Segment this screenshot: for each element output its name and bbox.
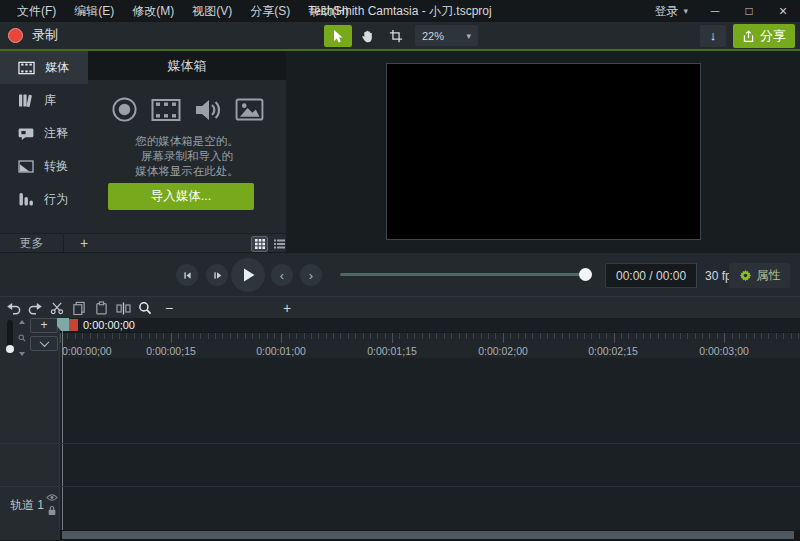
sidebar-item-transitions[interactable]: 转换 [0,150,88,183]
timeline-ruler[interactable]: 0:00:00;00 0:00:00;15 0:00:01;00 0:00:01… [60,332,800,358]
sidebar-item-annotations[interactable]: 注释 [0,117,88,150]
tools-sidebar: 媒体 库 注释 转换 [0,51,88,233]
ruler-label: 0:00:03;00 [699,345,749,357]
copy-icon [72,301,86,315]
timeline-toolbar: − + [0,296,800,318]
split-button[interactable] [114,300,132,316]
track-1-label[interactable]: 轨道 1 [10,497,44,514]
books-icon [18,93,34,108]
selection-tool-button[interactable] [324,25,352,47]
minimize-button[interactable]: ─ [698,0,732,22]
sidebar-item-media[interactable]: 媒体 [0,51,88,84]
close-button[interactable]: × [766,0,800,22]
sidebar-item-library[interactable]: 库 [0,84,88,117]
step-back-button[interactable] [176,264,198,286]
lane-divider [0,443,800,444]
sidebar-item-label: 媒体 [45,59,69,76]
sidebar-item-behaviors[interactable]: 行为 [0,183,88,216]
timeline-scroll-row [0,530,800,541]
time-value: 00:00 / 00:00 [606,269,696,283]
sidebar-item-label: 注释 [44,125,68,142]
timeline: 0:00:00;00 0:00:00;15 0:00:01;00 0:00:01… [0,318,800,541]
maximize-button[interactable]: □ [732,0,766,22]
pan-tool-button[interactable] [353,25,381,47]
ruler-label: 0:00:00;00 [62,345,112,357]
list-view-icon [274,239,285,249]
media-bin-header: 媒体箱 [88,51,286,80]
login-label: 登录 [654,0,678,22]
ruler-label: 0:00:02;00 [478,345,528,357]
tracks-area[interactable]: 轨道 1 [0,358,800,530]
grid-view-icon [255,239,265,249]
seek-slider-thumb[interactable] [579,268,592,281]
previous-button[interactable]: ‹ [271,264,293,286]
ruler-label: 0:00:02;15 [588,345,638,357]
image-icon [235,98,264,121]
filmstrip-icon [151,98,181,122]
menu-edit[interactable]: 编辑(E) [65,0,123,22]
lock-icon [47,505,57,516]
preview-canvas[interactable] [386,63,701,240]
gear-icon [739,269,752,282]
copy-button[interactable] [70,300,88,316]
zoom-out-button[interactable]: − [165,299,173,317]
crop-tool-button[interactable] [382,25,410,47]
cut-button[interactable] [48,300,66,316]
eye-icon [46,493,58,502]
playhead-out-marker-icon[interactable] [69,319,78,331]
add-media-button[interactable]: + [74,234,94,253]
collapse-tracks-button[interactable] [30,336,58,351]
film-icon [18,61,35,75]
properties-button[interactable]: 属性 [729,263,790,288]
track-lock-toggle[interactable] [47,505,57,516]
ruler-label: 0:00:00;15 [146,345,196,357]
more-tools-button[interactable]: 更多 [0,234,64,253]
triangle-up-icon [19,320,25,324]
track-visibility-toggle[interactable] [46,493,58,502]
paste-button[interactable] [92,300,110,316]
record-button[interactable]: 录制 [8,26,58,44]
playback-bar: ‹ › 00:00 / 00:00 30 fps 属性 [0,252,800,296]
paste-icon [95,301,108,315]
triangle-down-icon [19,352,25,356]
login-button[interactable]: 登录 ▾ [644,0,698,22]
step-forward-button[interactable] [206,264,228,286]
undo-icon [6,301,21,315]
horizontal-scrollbar[interactable] [62,531,794,539]
playhead-row [60,318,800,332]
grid-view-button[interactable] [251,236,268,252]
cursor-icon [331,29,345,44]
timeline-zoom-button[interactable] [136,300,154,316]
menu-share[interactable]: 分享(S) [241,0,299,22]
menu-bar: 文件(F) 编辑(E) 修改(M) 视图(V) 分享(S) 帮助(H) Tech… [0,0,800,22]
import-media-button[interactable]: 导入媒体... [108,183,254,210]
lane-divider [0,486,800,487]
record-circle-icon [111,96,138,123]
play-icon [241,267,256,283]
share-label: 分享 [760,27,786,45]
chevron-down-icon [39,337,49,347]
zoom-in-button[interactable]: + [283,299,291,317]
time-display: 00:00 / 00:00 30 fps [605,263,747,288]
download-button[interactable]: ↓ [700,25,726,47]
timeline-left-controls: + [0,318,60,358]
canvas-zoom-dropdown[interactable]: 22% ▾ [415,25,478,46]
seek-slider[interactable] [340,273,592,276]
add-track-button[interactable]: + [30,318,58,333]
undo-button[interactable] [4,300,22,316]
properties-label: 属性 [757,267,781,284]
hand-icon [360,29,375,44]
scissors-icon [50,301,64,315]
sidebar-item-label: 行为 [44,191,68,208]
menu-file[interactable]: 文件(F) [8,0,65,22]
track-height-thumb[interactable] [6,345,14,353]
redo-button[interactable] [26,300,44,316]
next-button[interactable]: › [300,264,322,286]
scroll-corner [0,530,60,540]
chevron-down-icon: ▾ [683,0,688,22]
mini-magnifier-icon [18,334,26,342]
play-button[interactable] [231,258,265,292]
share-button[interactable]: 分享 [733,24,795,48]
menu-view[interactable]: 视图(V) [183,0,241,22]
menu-modify[interactable]: 修改(M) [123,0,183,22]
